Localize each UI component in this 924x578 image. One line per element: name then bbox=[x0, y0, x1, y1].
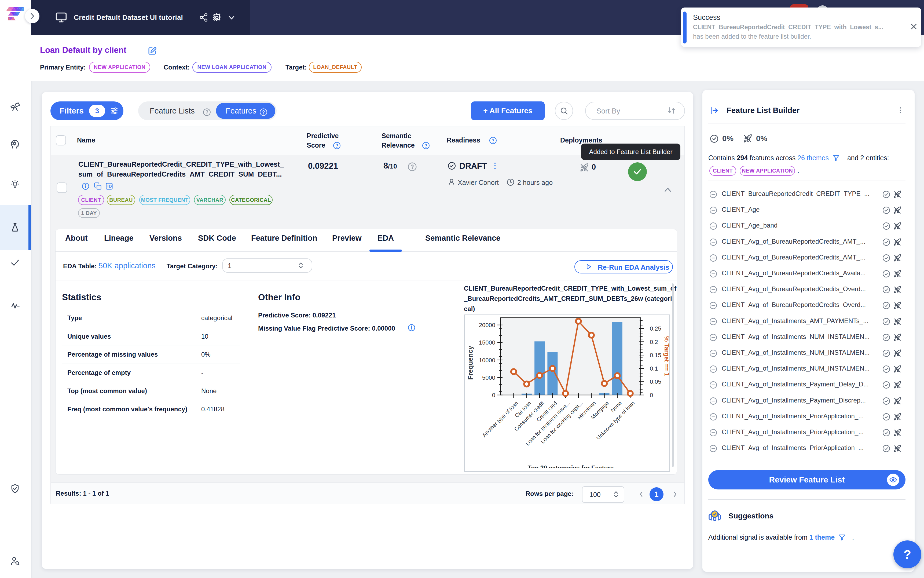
svg-text:Frequency: Frequency bbox=[467, 346, 474, 380]
svg-text:0: 0 bbox=[650, 392, 653, 398]
svg-text:0.15: 0.15 bbox=[650, 352, 661, 359]
svg-text:20000: 20000 bbox=[479, 322, 495, 328]
svg-text:0.2: 0.2 bbox=[650, 339, 658, 345]
svg-text:5000: 5000 bbox=[482, 374, 495, 381]
svg-text:15000: 15000 bbox=[479, 339, 495, 346]
svg-text:0.25: 0.25 bbox=[650, 325, 661, 332]
svg-text:0.1: 0.1 bbox=[650, 365, 658, 372]
svg-text:0: 0 bbox=[492, 392, 495, 398]
svg-text:% Target == 1: % Target == 1 bbox=[663, 336, 669, 376]
svg-text:10000: 10000 bbox=[479, 357, 495, 364]
svg-text:0.05: 0.05 bbox=[650, 378, 661, 385]
svg-text:Another type of loan: Another type of loan bbox=[481, 400, 519, 438]
svg-text:Top 20 categories for Feature: Top 20 categories for Feature bbox=[528, 464, 614, 468]
